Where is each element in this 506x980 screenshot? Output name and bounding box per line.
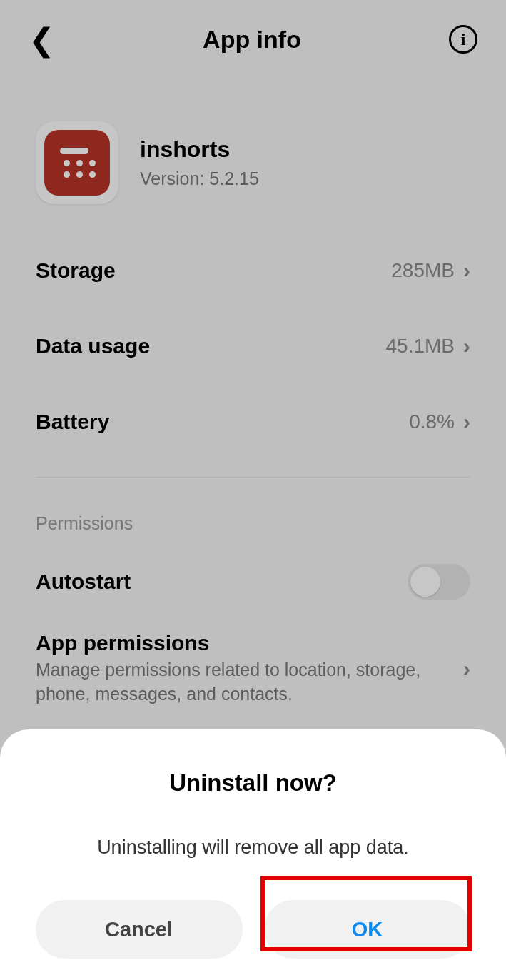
app-info-page: ❮ App info i inshorts Version: 5.2.15 St…	[0, 0, 506, 980]
ok-button[interactable]: OK	[264, 900, 471, 959]
dialog-buttons: Cancel OK	[29, 900, 477, 959]
dialog-title: Uninstall now?	[29, 769, 477, 797]
cancel-button[interactable]: Cancel	[36, 900, 243, 959]
uninstall-dialog: Uninstall now? Uninstalling will remove …	[0, 729, 506, 980]
dialog-message: Uninstalling will remove all app data.	[29, 837, 477, 859]
